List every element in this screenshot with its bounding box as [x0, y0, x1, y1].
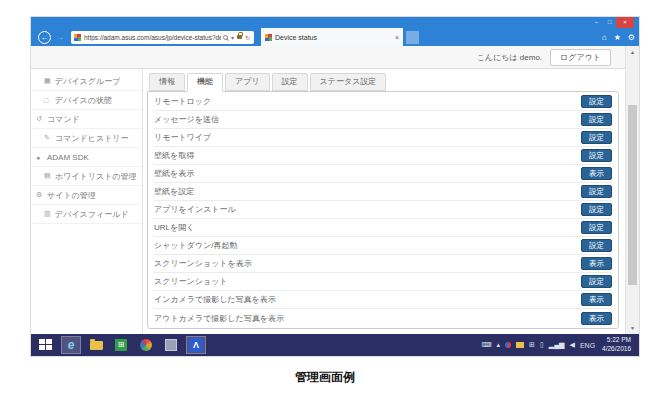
- tab-close-icon[interactable]: ×: [395, 34, 399, 41]
- logout-button[interactable]: ログアウト: [550, 49, 611, 66]
- feature-action-button[interactable]: 表示: [581, 167, 612, 180]
- content-tab[interactable]: アプリ: [225, 73, 270, 91]
- feature-row: シャットダウン/再起動 設定: [154, 237, 612, 255]
- notification-icon[interactable]: [505, 342, 511, 348]
- language-indicator[interactable]: ENG: [580, 342, 595, 349]
- feature-action-button[interactable]: 設定: [581, 113, 612, 126]
- refresh-icon[interactable]: ↻: [245, 34, 250, 41]
- feature-action-button[interactable]: 設定: [581, 203, 612, 216]
- volume-icon[interactable]: ◀: [570, 341, 575, 349]
- tray-folder-icon[interactable]: [516, 342, 524, 348]
- favorites-icon[interactable]: ★: [614, 33, 621, 42]
- store-icon[interactable]: ⊞: [111, 336, 131, 354]
- internet-explorer-icon[interactable]: e: [61, 336, 81, 354]
- keyboard-icon[interactable]: ⌨: [481, 341, 491, 349]
- feature-action-button[interactable]: 設定: [581, 221, 612, 234]
- feature-row: インカメラで撮影した写真を表示 表示: [154, 291, 612, 309]
- feature-action-button[interactable]: 設定: [581, 239, 612, 252]
- clock[interactable]: 5:22 PM 4/26/2016: [602, 336, 631, 354]
- feature-label: 壁紙を取得: [154, 150, 194, 161]
- show-hidden-icons-icon[interactable]: ▴: [497, 341, 501, 349]
- sidebar-item-icon: ▤: [44, 172, 55, 180]
- feature-action-button[interactable]: 設定: [581, 185, 612, 198]
- sidebar-item[interactable]: ▥ デバイスフィールド: [31, 205, 142, 224]
- network-icon[interactable]: ▂▄▆: [549, 341, 565, 349]
- tab-bar: 情報 機能 アプリ 設定 ステータス設定: [149, 73, 619, 92]
- start-button[interactable]: [39, 339, 53, 351]
- sidebar-item-icon: ↺: [36, 115, 47, 123]
- feature-row: 壁紙を取得 設定: [154, 147, 612, 165]
- sidebar-item-icon: ⚙: [36, 191, 47, 199]
- battery-icon[interactable]: ▯: [540, 341, 544, 349]
- feature-row: スクリーンショット 設定: [154, 273, 612, 291]
- browser-title-bar: − □ ×: [31, 17, 639, 28]
- sidebar-item[interactable]: ⚙ サイトの管理: [31, 186, 142, 205]
- settings-icon[interactable]: ⚙: [628, 33, 635, 42]
- feature-label: シャットダウン/再起動: [154, 240, 238, 251]
- taskbar: e ⊞ Λ ⌨ ▴ ⊞ ▯ ▂▄▆ ◀ ENG 5:22 PM 4/26/201…: [31, 334, 639, 356]
- content-tab[interactable]: 設定: [272, 73, 308, 91]
- sidebar-item-icon: □: [44, 97, 55, 104]
- feature-action-button[interactable]: 設定: [581, 149, 612, 162]
- pinned-app-icon[interactable]: [161, 336, 181, 354]
- maximize-button[interactable]: □: [603, 17, 616, 28]
- sidebar-item[interactable]: ● ADAM SDK: [31, 148, 142, 167]
- feature-label: アウトカメラで撮影した写真を表示: [154, 313, 284, 324]
- sidebar-item-label: デバイスグループ: [55, 76, 120, 87]
- web-page: こんにちは demo. ログアウト ▦ デバイスグループ □ デバ: [31, 46, 625, 334]
- file-explorer-icon[interactable]: [86, 336, 106, 354]
- feature-label: 壁紙を表示: [154, 168, 194, 179]
- figure-caption: 管理画面例: [0, 369, 650, 386]
- sidebar-item[interactable]: ▤ ホワイトリストの管理: [31, 167, 142, 186]
- scroll-up-icon[interactable]: ▲: [626, 49, 639, 55]
- feature-action-button[interactable]: 表示: [581, 257, 612, 270]
- sidebar-item-label: ホワイトリストの管理: [55, 171, 137, 182]
- browser-tab[interactable]: Device status ×: [261, 28, 403, 46]
- feature-action-button[interactable]: 表示: [581, 293, 612, 306]
- sidebar-item-label: デバイスフィールド: [55, 209, 129, 220]
- greeting-text: こんにちは demo.: [477, 52, 542, 63]
- sidebar-item-icon: ▦: [44, 77, 55, 85]
- sidebar-item[interactable]: ✎ コマンドヒストリー: [31, 129, 142, 148]
- photos-app-icon[interactable]: [136, 336, 156, 354]
- browser-nav-bar: ← → https://adam.asus.com/asus/jp/device…: [31, 28, 639, 46]
- feature-label: スクリーンショット: [154, 276, 228, 287]
- home-icon[interactable]: ⌂: [602, 33, 607, 42]
- sidebar-item-label: ADAM SDK: [47, 153, 89, 162]
- sidebar-item[interactable]: ▦ デバイスグループ: [31, 72, 142, 91]
- sidebar: ▦ デバイスグループ □ デバイスの状態 ↺ コマンド: [31, 69, 143, 334]
- action-center-icon[interactable]: ⊞: [529, 341, 535, 349]
- new-tab-button[interactable]: [406, 31, 419, 44]
- content-tab[interactable]: 情報: [149, 73, 185, 91]
- search-icon[interactable]: [223, 35, 228, 40]
- back-button[interactable]: ←: [38, 31, 51, 44]
- address-dropdown-icon[interactable]: ▾: [231, 34, 234, 41]
- feature-label: リモートワイプ: [154, 132, 211, 143]
- feature-label: スクリーンショットを表示: [154, 258, 252, 269]
- scroll-down-icon[interactable]: ▼: [626, 325, 639, 331]
- feature-row: 壁紙を設定 設定: [154, 183, 612, 201]
- scrollbar[interactable]: ▲ ▼: [625, 46, 639, 334]
- feature-label: アプリをインストール: [154, 204, 236, 215]
- feature-action-button[interactable]: 設定: [581, 95, 612, 108]
- page-body: ▦ デバイスグループ □ デバイスの状態 ↺ コマンド: [31, 69, 625, 334]
- admin-screenshot: − □ × ← → https://adam.asus.com/asus/jp/…: [30, 16, 640, 357]
- feature-label: 壁紙を設定: [154, 186, 194, 197]
- feature-action-button[interactable]: 設定: [581, 275, 612, 288]
- content-tab[interactable]: ステータス設定: [310, 73, 387, 91]
- adam-app-icon[interactable]: Λ: [186, 336, 206, 354]
- address-bar[interactable]: https://adam.asus.com/asus/jp/device-sta…: [71, 31, 254, 44]
- clock-time: 5:22 PM: [602, 336, 631, 345]
- sidebar-item[interactable]: ↺ コマンド: [31, 110, 142, 129]
- url-text[interactable]: https://adam.asus.com/asus/jp/device-sta…: [84, 34, 221, 41]
- sidebar-item-icon: ✎: [44, 134, 55, 142]
- feature-action-button[interactable]: 表示: [581, 312, 612, 325]
- scrollbar-thumb[interactable]: [628, 105, 637, 285]
- forward-button[interactable]: →: [56, 33, 64, 42]
- minimize-button[interactable]: −: [590, 17, 603, 28]
- content-tab[interactable]: 機能: [187, 73, 223, 92]
- close-button[interactable]: ×: [616, 17, 634, 28]
- feature-action-button[interactable]: 設定: [581, 131, 612, 144]
- sidebar-item[interactable]: □ デバイスの状態: [31, 91, 142, 110]
- system-tray: ⌨ ▴ ⊞ ▯ ▂▄▆ ◀ ENG 5:22 PM 4/26/2016: [476, 336, 635, 354]
